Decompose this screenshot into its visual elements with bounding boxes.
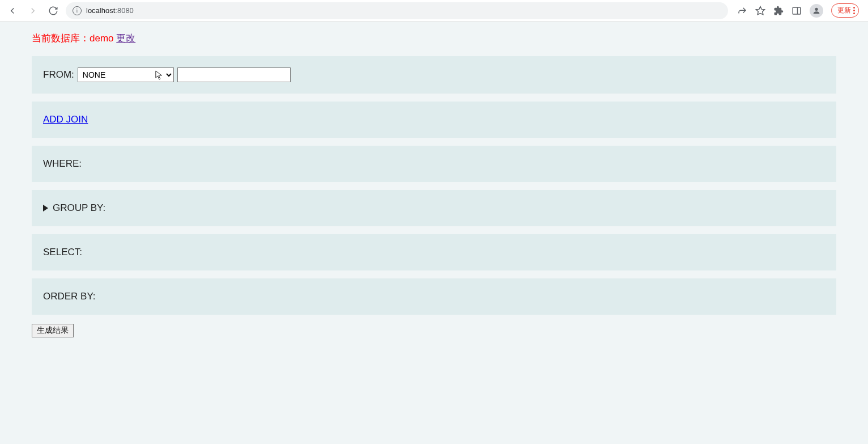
db-name: demo (90, 33, 114, 44)
info-icon: i (73, 6, 82, 15)
groupby-panel: GROUP BY: (32, 190, 836, 226)
generate-button[interactable]: 生成结果 (32, 324, 74, 337)
update-button[interactable]: 更新 (831, 3, 859, 18)
browser-chrome: i localhost:8080 更新 (0, 0, 868, 22)
chrome-toolbar-right: 更新 (733, 3, 863, 18)
profile-icon[interactable] (810, 4, 823, 18)
from-alias-input[interactable] (177, 67, 291, 82)
select-panel: SELECT: (32, 234, 836, 270)
db-prefix: 当前数据库： (32, 33, 90, 44)
forward-button[interactable] (25, 3, 41, 19)
url-text: localhost:8080 (86, 6, 134, 15)
select-label: SELECT: (43, 247, 82, 257)
from-label: FROM: (43, 69, 74, 81)
address-bar[interactable]: i localhost:8080 (66, 2, 728, 19)
back-button[interactable] (5, 3, 20, 19)
groupby-label: GROUP BY: (53, 202, 105, 214)
svg-point-2 (815, 7, 818, 10)
kebab-menu-icon (853, 7, 855, 14)
disclosure-triangle-icon[interactable] (43, 205, 48, 212)
share-icon[interactable] (737, 6, 747, 16)
extensions-icon[interactable] (773, 6, 784, 16)
where-panel: WHERE: (32, 146, 836, 182)
page-body: 当前数据库：demo 更改 FROM: NONE ADD JOIN WHERE:… (0, 22, 868, 444)
orderby-panel: ORDER BY: (32, 278, 836, 315)
add-join-link[interactable]: ADD JOIN (43, 114, 88, 125)
panel-icon[interactable] (792, 6, 802, 16)
update-label: 更新 (837, 6, 851, 15)
add-join-panel: ADD JOIN (32, 102, 836, 138)
star-icon[interactable] (755, 6, 765, 16)
from-table-select[interactable]: NONE (78, 67, 174, 82)
where-label: WHERE: (43, 158, 82, 169)
from-panel: FROM: NONE (32, 56, 836, 94)
db-change-link[interactable]: 更改 (116, 33, 135, 44)
orderby-label: ORDER BY: (43, 291, 96, 302)
reload-button[interactable] (45, 3, 61, 19)
db-header: 当前数据库：demo 更改 (32, 32, 836, 45)
svg-rect-0 (793, 7, 801, 14)
